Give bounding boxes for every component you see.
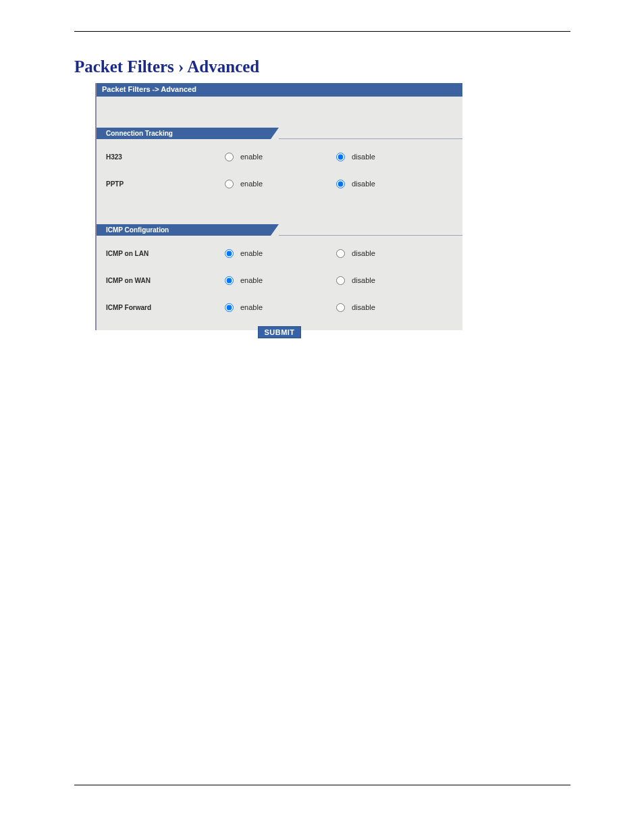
radio-label-icmp-wan-enable: enable xyxy=(240,276,263,284)
radio-group-pptp-disable: disable xyxy=(336,180,448,188)
radio-group-icmp-wan-enable: enable xyxy=(225,276,336,285)
row-icmp-wan: ICMP on WAN enable disable xyxy=(97,267,462,294)
radio-icmp-lan-enable[interactable] xyxy=(225,249,234,258)
radio-label-pptp-enable: enable xyxy=(240,180,263,188)
radio-group-icmp-lan-enable: enable xyxy=(225,249,336,258)
page-rule-top xyxy=(74,31,570,32)
section-header-label: Connection Tracking xyxy=(97,128,271,139)
radio-group-icmp-forward-enable: enable xyxy=(225,303,336,312)
radio-icmp-forward-disable[interactable] xyxy=(336,303,345,312)
radio-label-icmp-lan-enable: enable xyxy=(240,249,263,257)
section-header-notch xyxy=(271,128,279,139)
row-label-icmp-lan: ICMP on LAN xyxy=(97,250,225,257)
row-label-pptp: PPTP xyxy=(97,180,225,188)
config-panel: Packet Filters -> Advanced Connection Tr… xyxy=(95,83,462,330)
section-header-label: ICMP Configuration xyxy=(97,224,271,236)
page-rule-bottom xyxy=(74,785,570,785)
radio-icmp-wan-disable[interactable] xyxy=(336,276,345,285)
radio-group-icmp-lan-disable: disable xyxy=(336,249,448,258)
radio-group-h323-disable: disable xyxy=(336,153,448,161)
row-label-icmp-wan: ICMP on WAN xyxy=(97,277,225,284)
row-h323: H323 enable disable xyxy=(97,143,462,170)
radio-label-icmp-forward-disable: disable xyxy=(352,303,375,311)
radio-label-icmp-forward-enable: enable xyxy=(240,303,263,311)
row-icmp-lan: ICMP on LAN enable disable xyxy=(97,240,462,267)
radio-group-icmp-wan-disable: disable xyxy=(336,276,448,285)
radio-pptp-disable[interactable] xyxy=(336,180,345,188)
radio-label-icmp-wan-disable: disable xyxy=(352,276,375,284)
section-header-line xyxy=(279,138,462,139)
radio-icmp-wan-enable[interactable] xyxy=(225,276,234,285)
row-icmp-forward: ICMP Forward enable disable xyxy=(97,294,462,321)
radio-label-icmp-lan-disable: disable xyxy=(352,249,375,257)
radio-h323-enable[interactable] xyxy=(225,153,234,161)
radio-icmp-forward-enable[interactable] xyxy=(225,303,234,312)
radio-label-h323-disable: disable xyxy=(352,153,375,161)
radio-label-pptp-disable: disable xyxy=(352,180,375,188)
page-title: Packet Filters › Advanced xyxy=(74,57,259,76)
radio-label-h323-enable: enable xyxy=(240,153,263,161)
section-header-notch xyxy=(271,224,279,236)
radio-group-icmp-forward-disable: disable xyxy=(336,303,448,312)
radio-h323-disable[interactable] xyxy=(336,153,345,161)
row-pptp: PPTP enable disable xyxy=(97,170,462,197)
radio-pptp-enable[interactable] xyxy=(225,180,234,188)
section-header-line xyxy=(279,235,462,236)
row-label-icmp-forward: ICMP Forward xyxy=(97,304,225,311)
radio-icmp-lan-disable[interactable] xyxy=(336,249,345,258)
radio-group-h323-enable: enable xyxy=(225,153,336,161)
radio-group-pptp-enable: enable xyxy=(225,180,336,188)
breadcrumb: Packet Filters -> Advanced xyxy=(97,83,462,97)
row-label-h323: H323 xyxy=(97,153,225,161)
submit-row: SUBMIT xyxy=(97,326,462,338)
section-header-icmp-config: ICMP Configuration xyxy=(97,224,462,236)
submit-button[interactable]: SUBMIT xyxy=(258,326,300,338)
section-header-connection-tracking: Connection Tracking xyxy=(97,128,462,139)
